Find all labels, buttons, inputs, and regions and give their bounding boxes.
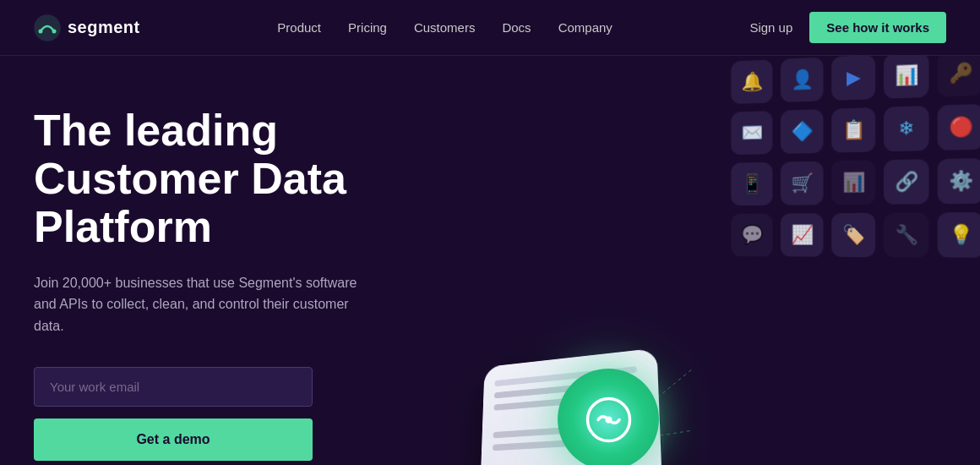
icon-tile: 💡 <box>938 212 980 258</box>
icon-tile: 💬 <box>731 214 772 257</box>
hero-illustration: 🔔 👤 ▶ 📊 🔑 ✉️ 🔷 📋 ❄ 🔴 📱 🛒 📊 🔗 ⚙️ 💬 📈 🏷️ 🔧… <box>422 56 980 465</box>
orb-icon <box>585 397 632 443</box>
icon-tile: 📊 <box>884 56 928 99</box>
logo[interactable]: segment <box>34 14 140 41</box>
svg-point-0 <box>35 15 60 41</box>
get-demo-button[interactable]: Get a demo <box>34 418 313 461</box>
icon-tile: 📋 <box>831 107 875 152</box>
icon-tile: 🔴 <box>938 104 980 150</box>
icon-tile: 🔗 <box>884 159 928 204</box>
email-input[interactable] <box>34 367 313 407</box>
nav-actions: Sign up See how it works <box>749 12 946 43</box>
navbar: segment Product Pricing Customers Docs C… <box>0 0 980 55</box>
icon-tile: 📱 <box>731 162 772 205</box>
icon-tile: 🏷️ <box>831 213 875 257</box>
see-how-button[interactable]: See how it works <box>809 12 946 43</box>
hero-section: The leading Customer Data Platform Join … <box>0 56 980 465</box>
icon-tile: ✉️ <box>731 111 772 155</box>
svg-point-2 <box>52 29 57 33</box>
icon-tile: 📊 <box>831 160 875 205</box>
nav-docs[interactable]: Docs <box>502 20 531 35</box>
logo-icon <box>34 14 61 41</box>
icon-tile: 🔑 <box>938 56 980 97</box>
logo-text: segment <box>68 18 140 37</box>
nav-customers[interactable]: Customers <box>414 20 476 35</box>
svg-point-10 <box>605 416 612 423</box>
nav-company[interactable]: Company <box>558 20 612 35</box>
nav-product[interactable]: Product <box>277 20 321 35</box>
icon-tile: 👤 <box>781 57 823 102</box>
icon-tile: ⚙️ <box>938 158 980 204</box>
svg-point-1 <box>39 29 43 33</box>
nav-links: Product Pricing Customers Docs Company <box>277 20 612 36</box>
hero-content: The leading Customer Data Platform Join … <box>34 98 439 465</box>
icon-tile: 🔷 <box>781 109 823 154</box>
icon-tile: 📈 <box>781 213 823 257</box>
integration-icons: 🔔 👤 ▶ 📊 🔑 ✉️ 🔷 📋 ❄ 🔴 📱 🛒 📊 🔗 ⚙️ 💬 📈 🏷️ 🔧… <box>731 56 980 420</box>
hero-title: The leading Customer Data Platform <box>34 107 439 252</box>
icon-tile: 🔧 <box>884 212 928 257</box>
icon-tile: 🛒 <box>781 161 823 205</box>
icon-tile: ▶ <box>831 56 875 101</box>
icon-tile: 🔔 <box>731 59 772 104</box>
hero-subtitle: Join 20,000+ businesses that use Segment… <box>34 272 372 337</box>
icon-tile: ❄ <box>884 106 928 151</box>
sign-up-link[interactable]: Sign up <box>749 20 792 35</box>
central-orb <box>558 369 659 465</box>
nav-pricing[interactable]: Pricing <box>348 20 387 35</box>
phone-illustration: Instacart <box>456 301 693 465</box>
